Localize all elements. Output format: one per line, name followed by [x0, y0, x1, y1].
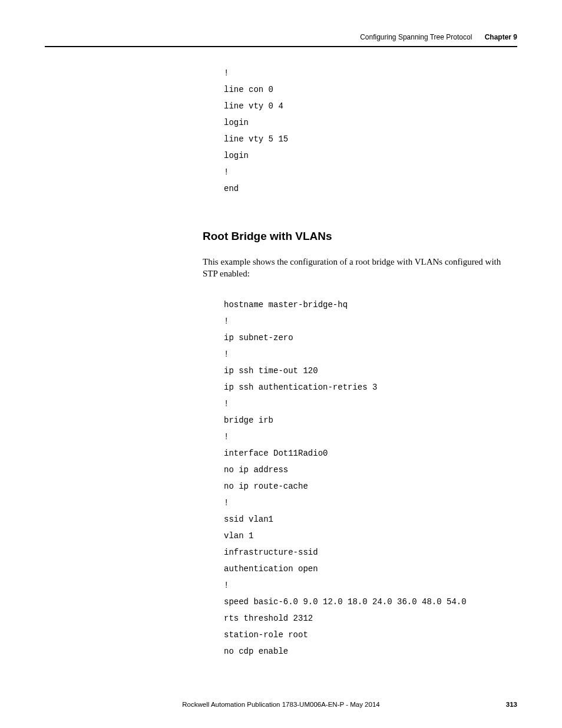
code-block-2: hostname master-bridge-hq ! ip subnet-ze…: [224, 297, 517, 660]
page-footer: Rockwell Automation Publication 1783-UM0…: [45, 701, 517, 708]
footer-page-number: 313: [506, 701, 517, 708]
footer-publication-id: Rockwell Automation Publication 1783-UM0…: [182, 701, 379, 708]
page-header: Configuring Spanning Tree Protocol Chapt…: [45, 33, 517, 47]
subheading-root-bridge-vlans: Root Bridge with VLANs: [203, 230, 517, 243]
header-section-title: Configuring Spanning Tree Protocol: [360, 33, 472, 41]
page-container: Configuring Spanning Tree Protocol Chapt…: [0, 0, 562, 728]
code-block-1: ! line con 0 line vty 0 4 login line vty…: [224, 65, 517, 197]
content-area: ! line con 0 line vty 0 4 login line vty…: [203, 65, 517, 660]
header-chapter-label: Chapter 9: [485, 33, 517, 41]
body-paragraph: This example shows the configuration of …: [203, 256, 517, 280]
